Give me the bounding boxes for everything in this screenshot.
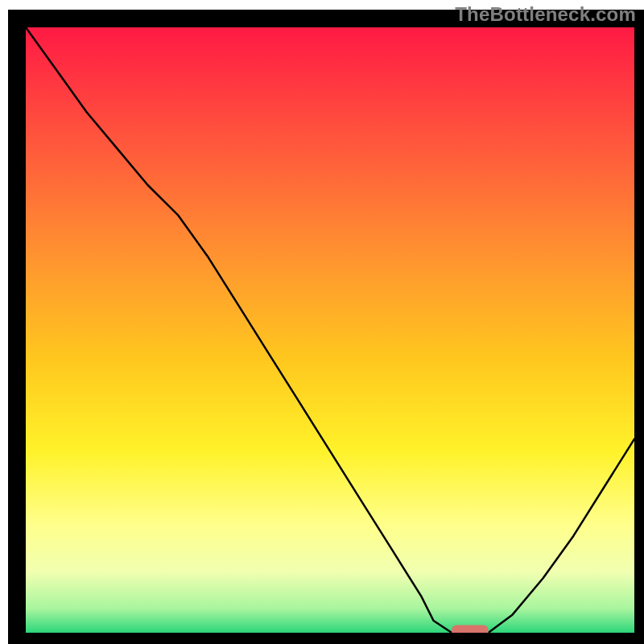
plot-background bbox=[26, 27, 634, 633]
chart-svg bbox=[0, 0, 644, 644]
bottleneck-chart: TheBottleneck.com bbox=[0, 0, 644, 644]
watermark-text: TheBottleneck.com bbox=[455, 3, 636, 26]
